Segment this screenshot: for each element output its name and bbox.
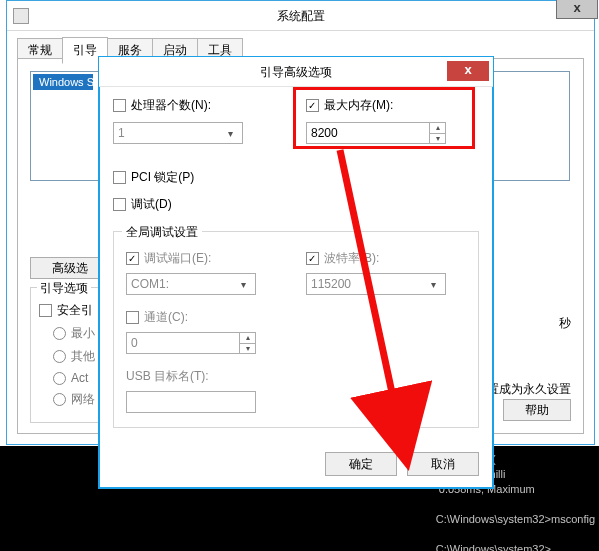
cancel-button[interactable]: 取消 [407, 452, 479, 476]
chevron-down-icon: ▾ [425, 279, 441, 290]
permanent-settings-label: 置成为永久设置 [487, 381, 571, 398]
close-button[interactable]: x [556, 0, 598, 19]
safe-boot-network-label: 网络 [71, 391, 95, 408]
usb-target-label: USB 目标名(T): [126, 368, 209, 385]
baud-rate-label: 波特率(B): [324, 250, 379, 267]
baud-rate-checkbox[interactable] [306, 252, 319, 265]
safe-boot-minimal-label: 最小 [71, 325, 95, 342]
cpu-count-value: 1 [118, 126, 125, 140]
ok-button[interactable]: 确定 [325, 452, 397, 476]
boot-options-title: 引导选项 [37, 280, 91, 297]
channel-checkbox[interactable] [126, 311, 139, 324]
baud-rate-combo[interactable]: 115200 ▾ [306, 273, 446, 295]
timeout-seconds-label: 秒 [559, 315, 571, 332]
safe-boot-altshell-label: 其他 [71, 348, 95, 365]
debug-port-value: COM1: [131, 277, 169, 291]
debug-port-label: 调试端口(E): [144, 250, 211, 267]
boot-advanced-options-dialog: 引导高级选项 x 处理器个数(N): 1 ▾ 最大内存(M): 8200 ▴▾ … [98, 56, 494, 489]
debug-checkbox[interactable] [113, 198, 126, 211]
help-button[interactable]: 帮助 [503, 399, 571, 421]
channel-spinner[interactable]: ▴▾ [239, 333, 255, 353]
boot-options-group: 引导选项 安全引 最小 其他 Act 网络 [30, 287, 108, 423]
safe-boot-adrepair-label: Act [71, 371, 88, 385]
pci-lock-label: PCI 锁定(P) [131, 169, 194, 186]
safe-boot-checkbox[interactable] [39, 304, 52, 317]
debug-port-combo[interactable]: COM1: ▾ [126, 273, 256, 295]
annotation-highlight-box [293, 87, 475, 149]
chevron-down-icon: ▾ [235, 279, 251, 290]
window-title: 系统配置 [277, 9, 325, 23]
cpu-count-checkbox[interactable] [113, 99, 126, 112]
safe-boot-minimal-radio[interactable] [53, 327, 66, 340]
pci-lock-checkbox[interactable] [113, 171, 126, 184]
safe-boot-altshell-radio[interactable] [53, 350, 66, 363]
channel-input[interactable]: 0 ▴▾ [126, 332, 256, 354]
channel-value: 0 [131, 336, 138, 350]
debug-port-checkbox[interactable] [126, 252, 139, 265]
app-icon [13, 8, 29, 24]
debug-label: 调试(D) [131, 196, 172, 213]
channel-label: 通道(C): [144, 309, 188, 326]
dialog-title: 引导高级选项 [260, 65, 332, 79]
safe-boot-label: 安全引 [57, 302, 93, 319]
baud-rate-value: 115200 [311, 277, 351, 291]
safe-boot-network-radio[interactable] [53, 393, 66, 406]
cpu-count-combo[interactable]: 1 ▾ [113, 122, 243, 144]
os-list-item[interactable]: Windows S [33, 74, 93, 90]
global-debug-group: 全局调试设置 调试端口(E): COM1: ▾ 波特率(B): 115200 ▾ [113, 231, 479, 428]
dialog-titlebar: 引导高级选项 x [99, 57, 493, 87]
safe-boot-adrepair-radio[interactable] [53, 372, 66, 385]
chevron-down-icon: ▾ [222, 128, 238, 139]
spinner-up-icon[interactable]: ▴ [240, 333, 255, 344]
system-config-titlebar: 系统配置 x [7, 1, 594, 31]
dialog-close-button[interactable]: x [447, 61, 489, 81]
usb-target-input[interactable] [126, 391, 256, 413]
global-debug-title: 全局调试设置 [122, 224, 202, 241]
cpu-count-label: 处理器个数(N): [131, 97, 211, 114]
spinner-down-icon[interactable]: ▾ [240, 344, 255, 354]
